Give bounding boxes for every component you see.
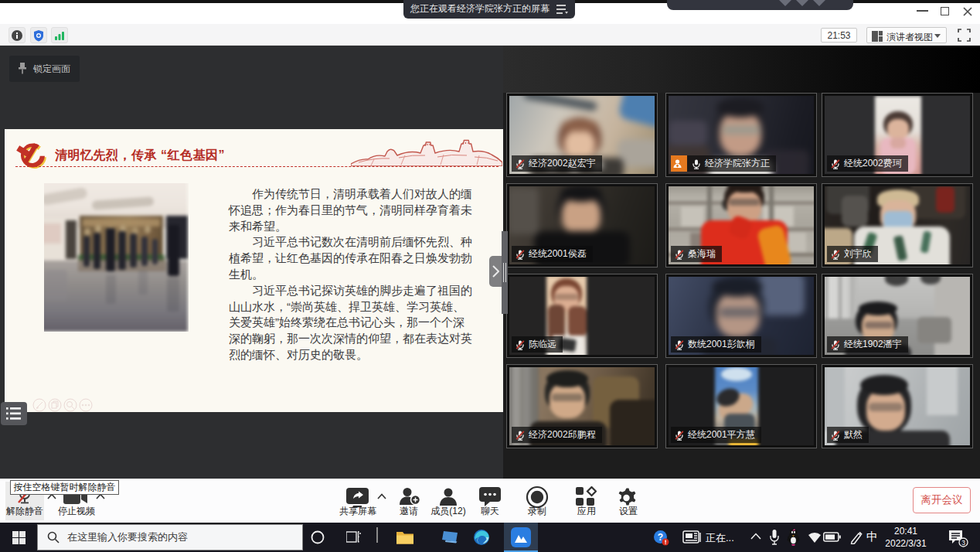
svg-text:3: 3 — [961, 539, 965, 547]
